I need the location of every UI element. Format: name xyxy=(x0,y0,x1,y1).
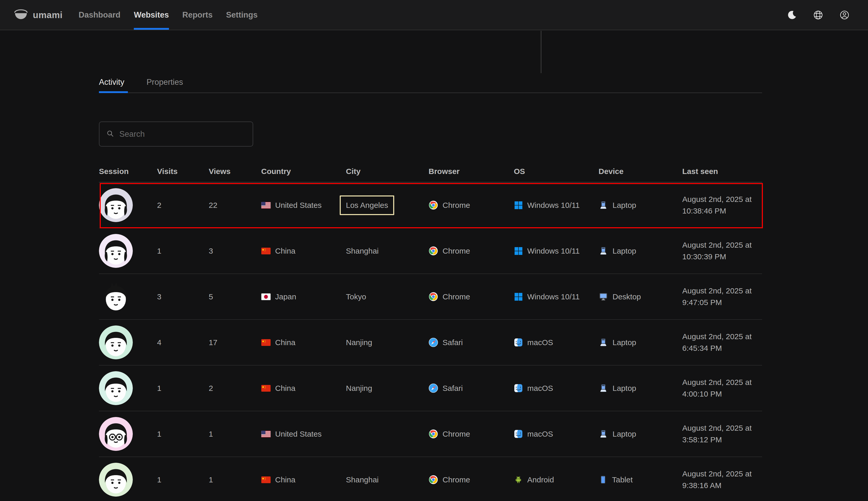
os-cell: Windows 10/11 xyxy=(514,201,598,210)
session-row[interactable]: 4 17 China Nanjing Safari macOS Laptop A… xyxy=(99,320,762,365)
device-value: Laptop xyxy=(613,338,636,347)
device-cell: Laptop xyxy=(598,338,682,347)
os-value: Android xyxy=(527,476,554,484)
session-row[interactable]: 3 5 Japan Tokyo Chrome Windows 10/11 Des… xyxy=(99,274,762,320)
session-row[interactable]: 1 1 United States Chrome macOS Laptop Au… xyxy=(99,411,762,457)
last-seen-value: August 2nd, 2025 at 6:45:34 PM xyxy=(682,331,761,354)
safari-icon xyxy=(429,338,438,347)
tab-properties[interactable]: Properties xyxy=(146,77,187,93)
country-cell: China xyxy=(261,476,346,484)
browser-cell: Safari xyxy=(429,338,514,347)
nav-dashboard-label: Dashboard xyxy=(78,10,120,20)
last-seen-value: August 2nd, 2025 at 3:58:12 PM xyxy=(682,423,761,445)
country-value: China xyxy=(275,384,295,393)
device-value: Laptop xyxy=(613,247,636,255)
os-cell: macOS xyxy=(514,429,598,438)
macos-icon xyxy=(514,384,523,393)
cn-flag xyxy=(261,385,271,392)
browser-value: Chrome xyxy=(442,430,470,438)
session-avatar[interactable] xyxy=(99,463,133,497)
session-avatar[interactable] xyxy=(99,326,133,359)
jp-flag xyxy=(261,294,271,300)
country-value: United States xyxy=(275,201,322,210)
visits-cell: 1 xyxy=(157,430,209,438)
last-seen-cell: August 2nd, 2025 at 10:30:39 PM xyxy=(682,239,762,262)
views-cell: 5 xyxy=(209,292,261,301)
cn-flag xyxy=(261,248,271,254)
country-cell: China xyxy=(261,384,346,393)
tablet-icon xyxy=(598,475,608,484)
device-value: Tablet xyxy=(612,476,633,484)
main-content: Activity Properties Session Visits Views… xyxy=(0,77,868,501)
views-cell: 1 xyxy=(209,430,261,438)
session-row[interactable]: 1 2 China Nanjing Safari macOS Laptop Au… xyxy=(99,365,762,411)
col-country: Country xyxy=(261,167,346,176)
umami-logo-icon xyxy=(14,9,28,21)
visits-value: 1 xyxy=(157,384,162,393)
search-icon xyxy=(106,129,114,139)
col-views: Views xyxy=(209,167,261,176)
city-value: Shanghai xyxy=(346,247,379,255)
browser-value: Chrome xyxy=(442,476,470,484)
last-seen-value: August 2nd, 2025 at 9:47:05 PM xyxy=(682,285,761,308)
laptop-icon xyxy=(598,383,608,393)
os-cell: Windows 10/11 xyxy=(514,292,598,301)
search-input[interactable] xyxy=(119,129,246,139)
search-box[interactable] xyxy=(99,121,253,147)
visits-cell: 4 xyxy=(157,338,209,347)
session-cell xyxy=(99,371,157,405)
language-button[interactable] xyxy=(809,6,827,24)
browser-cell: Safari xyxy=(429,383,514,393)
session-avatar[interactable] xyxy=(99,234,133,268)
visits-value: 2 xyxy=(157,201,162,210)
windows-icon xyxy=(514,292,523,301)
user-icon xyxy=(839,10,849,20)
device-value: Desktop xyxy=(613,292,641,301)
profile-button[interactable] xyxy=(835,6,854,24)
nav-dashboard[interactable]: Dashboard xyxy=(72,0,127,30)
views-value: 22 xyxy=(209,201,217,210)
nav-settings[interactable]: Settings xyxy=(219,0,264,30)
windows-icon xyxy=(514,201,523,210)
session-row[interactable]: 1 1 China Shanghai Chrome Android Tablet… xyxy=(99,457,762,501)
table-body: 2 22 United States Los Angeles Chrome Wi… xyxy=(99,182,762,501)
browser-cell: Chrome xyxy=(429,292,514,301)
os-value: Windows 10/11 xyxy=(527,292,580,301)
session-avatar[interactable] xyxy=(99,188,133,222)
tab-activity[interactable]: Activity xyxy=(99,77,128,93)
theme-toggle-button[interactable] xyxy=(782,6,801,24)
os-value: Windows 10/11 xyxy=(527,247,580,255)
device-value: Laptop xyxy=(613,384,636,393)
laptop-icon xyxy=(598,200,608,210)
chrome-icon xyxy=(429,475,438,484)
views-cell: 22 xyxy=(209,201,261,210)
umami-logo[interactable]: umami xyxy=(14,0,63,30)
session-avatar[interactable] xyxy=(99,371,133,405)
os-value: macOS xyxy=(527,338,553,347)
session-row[interactable]: 2 22 United States Los Angeles Chrome Wi… xyxy=(99,182,762,228)
visits-cell: 1 xyxy=(157,384,209,393)
os-value: macOS xyxy=(527,384,553,393)
col-device: Device xyxy=(598,167,682,176)
nav-websites[interactable]: Websites xyxy=(127,0,176,30)
browser-cell: Chrome xyxy=(429,200,514,210)
session-cell xyxy=(99,188,157,222)
session-cell xyxy=(99,463,157,497)
browser-value: Safari xyxy=(442,338,463,347)
session-avatar[interactable] xyxy=(99,280,133,313)
country-value: China xyxy=(275,476,295,484)
nav-reports[interactable]: Reports xyxy=(176,0,219,30)
chrome-icon xyxy=(429,292,438,301)
moon-icon xyxy=(787,10,797,20)
chrome-icon xyxy=(429,200,438,210)
country-cell: China xyxy=(261,338,346,347)
visits-cell: 3 xyxy=(157,292,209,301)
session-avatar[interactable] xyxy=(99,417,133,451)
session-cell xyxy=(99,280,157,313)
session-row[interactable]: 1 3 China Shanghai Chrome Windows 10/11 … xyxy=(99,228,762,274)
os-value: Windows 10/11 xyxy=(527,201,580,210)
device-cell: Laptop xyxy=(598,246,682,256)
col-city: City xyxy=(346,167,429,176)
os-cell: Windows 10/11 xyxy=(514,246,598,255)
header-actions xyxy=(782,0,854,30)
